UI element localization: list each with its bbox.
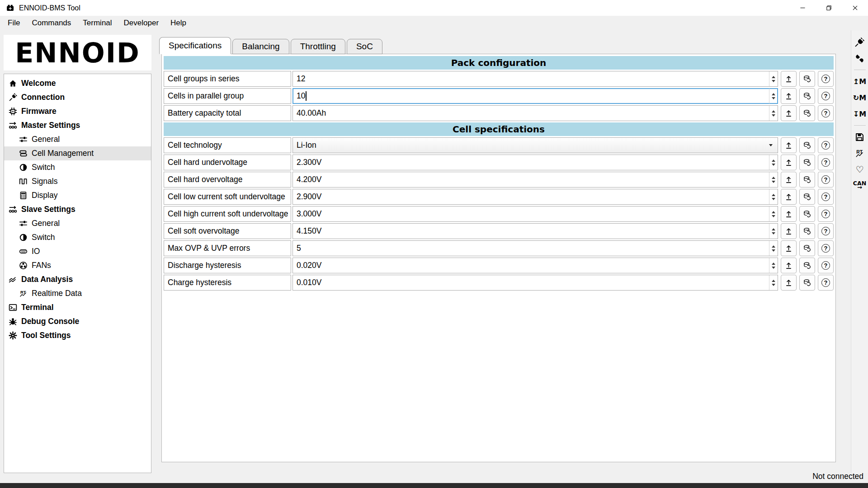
read-from-bms-button[interactable] (799, 258, 815, 273)
spin-down-icon[interactable] (772, 249, 775, 252)
spin-up-icon[interactable] (772, 160, 775, 162)
spin-down-icon[interactable] (772, 284, 775, 286)
write-master-button[interactable]: ↥M (853, 74, 866, 89)
sidebar-item-tool-settings[interactable]: Tool Settings (4, 328, 151, 343)
spin-down-icon[interactable] (772, 181, 775, 183)
write-to-bms-button[interactable] (781, 240, 797, 256)
spinbox-max-ovp-uvp-errors[interactable]: 5 (292, 240, 778, 256)
write-to-bms-button[interactable] (781, 189, 797, 205)
write-to-bms-button[interactable] (781, 105, 797, 121)
sidebar-item-master-settings[interactable]: Master Settings (4, 118, 151, 132)
write-to-bms-button[interactable] (781, 223, 797, 239)
help-button[interactable]: ? (818, 240, 834, 256)
read-from-bms-button[interactable] (799, 189, 815, 205)
spin-down-icon[interactable] (772, 198, 775, 200)
spinbox-cell-soft-overvoltage[interactable]: 4.150V (292, 223, 778, 239)
spin-down-icon[interactable] (772, 232, 775, 235)
sidebar-item-display[interactable]: Display (4, 188, 151, 202)
menu-item-terminal[interactable]: Terminal (77, 17, 118, 29)
sidebar-item-general[interactable]: General (4, 132, 151, 146)
disconnect-button[interactable] (855, 51, 864, 66)
spinner[interactable] (769, 89, 778, 103)
spin-up-icon[interactable] (772, 245, 775, 248)
help-button[interactable]: ? (818, 105, 834, 121)
help-button[interactable]: ? (818, 206, 834, 222)
help-button[interactable]: ? (818, 258, 834, 273)
sidebar-item-debug-console[interactable]: Debug Console (4, 314, 151, 328)
spinner[interactable] (769, 206, 778, 221)
sidebar-item-cell-management[interactable]: Cell Management (4, 146, 151, 160)
spin-up-icon[interactable] (772, 177, 775, 179)
spin-up-icon[interactable] (772, 194, 775, 196)
spin-down-icon[interactable] (772, 215, 775, 217)
can-bus-button[interactable]: CAN→ (853, 178, 866, 193)
sidebar-item-connection[interactable]: Connection (4, 90, 151, 104)
write-to-bms-button[interactable] (781, 155, 797, 170)
spinbox-cell-low-current-soft-undervoltage[interactable]: 2.900V (292, 189, 778, 205)
help-button[interactable]: ? (818, 71, 834, 87)
combobox-cell-technology[interactable]: Li-Ion (292, 137, 778, 153)
spin-down-icon[interactable] (772, 164, 775, 166)
menu-item-developer[interactable]: Developer (118, 17, 165, 29)
spinbox-cell-hard-undervoltage[interactable]: 2.300V (292, 155, 778, 170)
realtime-data-button[interactable]: RT (855, 145, 864, 161)
spin-down-icon[interactable] (772, 97, 775, 99)
write-to-bms-button[interactable] (781, 258, 797, 273)
sidebar-item-switch[interactable]: Switch (4, 230, 151, 244)
help-button[interactable]: ? (818, 223, 834, 239)
sidebar-item-firmware[interactable]: Firmware (4, 104, 151, 118)
tab-soc[interactable]: SoC (347, 39, 382, 54)
close-button[interactable] (842, 0, 868, 16)
favorites-button[interactable]: ♡ (856, 162, 864, 177)
sidebar-item-slave-settings[interactable]: Slave Settings (4, 202, 151, 216)
spin-up-icon[interactable] (772, 110, 775, 113)
spinner[interactable] (769, 189, 778, 204)
sidebar-item-welcome[interactable]: Welcome (4, 76, 151, 90)
sidebar-item-signals[interactable]: Signals (4, 174, 151, 188)
write-to-bms-button[interactable] (781, 172, 797, 188)
read-from-bms-button[interactable] (799, 137, 815, 153)
read-from-bms-button[interactable] (799, 105, 815, 121)
spinner[interactable] (769, 71, 778, 86)
spinner[interactable] (769, 106, 778, 121)
spin-down-icon[interactable] (772, 114, 775, 117)
sidebar-item-data-analysis[interactable]: Data Analysis (4, 272, 151, 286)
spinbox-cell-hard-overvoltage[interactable]: 4.200V (292, 172, 778, 188)
read-from-bms-button[interactable] (799, 71, 815, 87)
sidebar-item-general[interactable]: General (4, 216, 151, 230)
write-to-bms-button[interactable] (781, 71, 797, 87)
spinbox-charge-hysteresis[interactable]: 0.010V (292, 275, 778, 291)
tab-balancing[interactable]: Balancing (232, 39, 289, 54)
spin-up-icon[interactable] (772, 93, 775, 95)
spinner[interactable] (769, 172, 778, 187)
menu-item-commands[interactable]: Commands (26, 17, 77, 29)
read-from-bms-button[interactable] (799, 155, 815, 170)
spin-up-icon[interactable] (772, 280, 775, 282)
write-to-bms-button[interactable] (781, 275, 797, 291)
connect-button[interactable] (855, 34, 864, 50)
read-master-button[interactable]: ↧M (853, 106, 866, 122)
help-button[interactable]: ? (818, 189, 834, 205)
read-from-bms-button[interactable] (799, 275, 815, 291)
sidebar-item-terminal[interactable]: Terminal (4, 300, 151, 314)
help-button[interactable]: ? (818, 172, 834, 188)
read-from-bms-button[interactable] (799, 88, 815, 104)
spin-up-icon[interactable] (772, 76, 775, 78)
restore-button[interactable] (816, 0, 842, 16)
sidebar-item-fans[interactable]: FANs (4, 258, 151, 272)
spin-up-icon[interactable] (772, 211, 775, 213)
sidebar-item-realtime-data[interactable]: RTRealtime Data (4, 286, 151, 300)
minimize-button[interactable] (789, 0, 816, 16)
spinner[interactable] (769, 258, 778, 273)
spinner[interactable] (769, 275, 778, 290)
spin-down-icon[interactable] (772, 80, 775, 82)
spinner[interactable] (769, 241, 778, 256)
sidebar-item-switch[interactable]: Switch (4, 160, 151, 174)
spinbox-discharge-hysteresis[interactable]: 0.020V (292, 258, 778, 273)
menu-item-help[interactable]: Help (165, 17, 192, 29)
spin-down-icon[interactable] (772, 267, 775, 269)
spinbox-cells-in-parallel-group[interactable]: 10 (292, 88, 778, 104)
help-button[interactable]: ? (818, 275, 834, 291)
spinner[interactable] (769, 224, 778, 239)
write-to-bms-button[interactable] (781, 137, 797, 153)
